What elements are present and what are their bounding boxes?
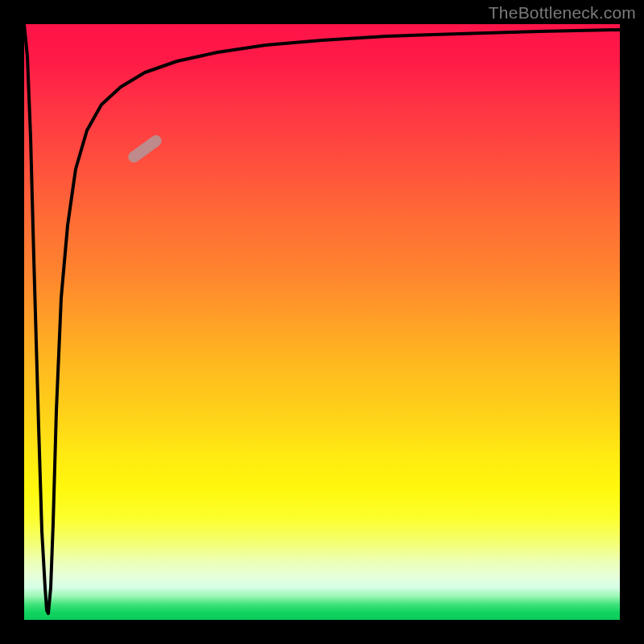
chart-curve-layer xyxy=(24,24,620,620)
chart-frame: TheBottleneck.com xyxy=(0,0,644,644)
curve-path xyxy=(24,24,620,613)
watermark-text: TheBottleneck.com xyxy=(489,3,636,23)
